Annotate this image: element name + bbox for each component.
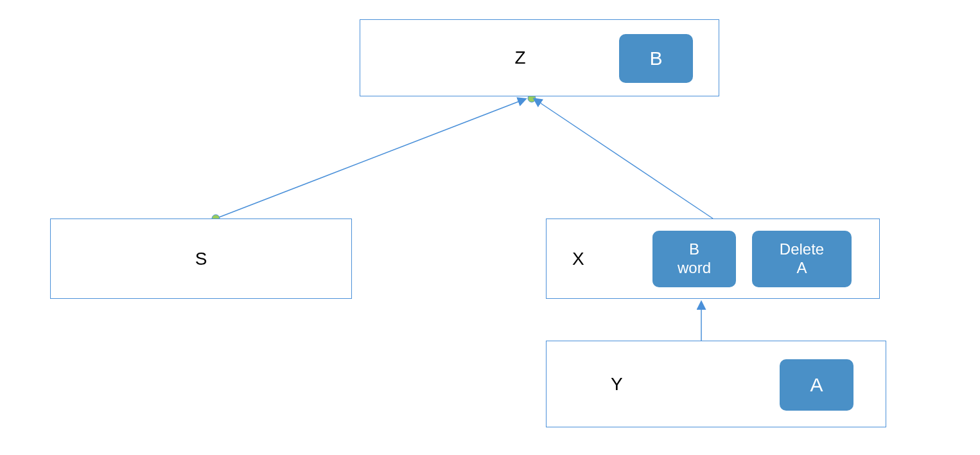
node-z-label: Z — [514, 48, 525, 68]
node-y-label: Y — [611, 374, 623, 395]
badge-x-deletea: Delete A — [752, 231, 852, 287]
edge-x-to-z — [534, 99, 713, 219]
badge-y-a: A — [780, 359, 853, 411]
node-x-label: X — [572, 249, 584, 269]
node-s: S — [50, 219, 352, 299]
node-s-label: S — [195, 249, 207, 269]
badge-z-b: B — [619, 34, 693, 83]
node-z: Z B — [360, 19, 719, 96]
node-y: Y A — [546, 341, 886, 427]
edge-s-to-z — [216, 99, 525, 219]
node-x: X B word Delete A — [546, 219, 880, 299]
badge-x-bword: B word — [652, 231, 736, 287]
